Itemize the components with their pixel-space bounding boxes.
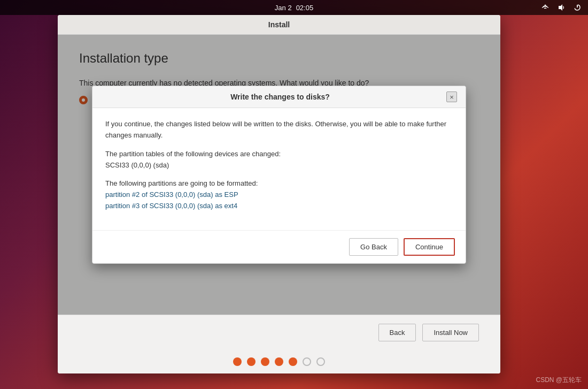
sound-icon[interactable]: [557, 3, 566, 12]
modal-dialog: Write the changes to disks? × If you con…: [92, 86, 466, 264]
installer-window: Install Installation type This computer …: [58, 15, 500, 373]
progress-dot-3: [261, 357, 269, 366]
modal-close-button[interactable]: ×: [446, 91, 457, 102]
datetime: Jan 2 02:05: [275, 4, 313, 12]
window-bottom-nav: Back Install Now: [58, 315, 500, 350]
date-label: Jan 2: [275, 4, 292, 12]
progress-dot-5: [289, 357, 297, 366]
modal-para1: If you continue, the changes listed belo…: [105, 119, 453, 141]
window-title: Install: [268, 20, 290, 29]
go-back-button[interactable]: Go Back: [349, 238, 398, 256]
progress-dot-6: [303, 357, 311, 366]
csdn-watermark: CSDN @五轮车: [536, 376, 582, 385]
install-now-button[interactable]: Install Now: [422, 324, 479, 341]
modal-overlay: Write the changes to disks? × If you con…: [58, 35, 500, 315]
system-tray: [541, 3, 582, 12]
back-button[interactable]: Back: [378, 324, 416, 341]
progress-dot-7: [316, 357, 325, 366]
window-titlebar: Install: [58, 15, 500, 35]
top-bar: Jan 2 02:05: [0, 0, 588, 15]
progress-dot-2: [247, 357, 256, 366]
continue-button[interactable]: Continue: [404, 238, 455, 256]
modal-para2: The partition tables of the following de…: [105, 149, 453, 171]
progress-dot-1: [233, 357, 242, 366]
progress-dots: [58, 350, 500, 373]
time-label: 02:05: [296, 4, 314, 12]
modal-body: If you continue, the changes listed belo…: [92, 108, 466, 230]
progress-dot-4: [275, 357, 283, 366]
partition2: partition #3 of SCSI33 (0,0,0) (sda) as …: [105, 202, 237, 210]
modal-titlebar: Write the changes to disks? ×: [92, 86, 466, 108]
power-icon[interactable]: [573, 3, 582, 12]
svg-marker-1: [559, 4, 562, 11]
modal-title: Write the changes to disks?: [114, 93, 446, 101]
modal-footer: Go Back Continue: [92, 230, 466, 263]
network-icon[interactable]: [541, 3, 550, 12]
window-content: Installation type This computer currentl…: [58, 35, 500, 315]
modal-para3: The following partitions are going to be…: [105, 178, 453, 211]
partition1: partition #2 of SCSI33 (0,0,0) (sda) as …: [105, 190, 238, 199]
device-list: SCSI33 (0,0,0) (sda): [105, 161, 169, 169]
